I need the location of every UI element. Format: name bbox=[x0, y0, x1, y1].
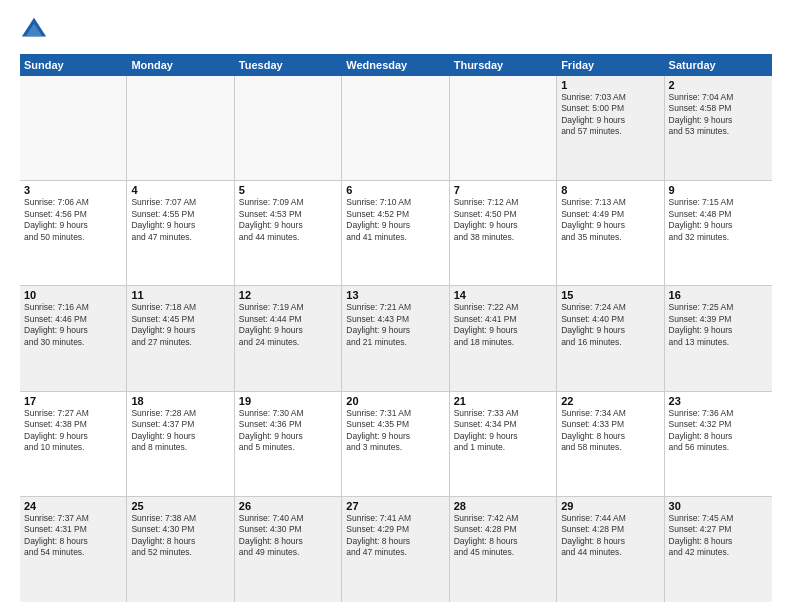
day-number: 22 bbox=[561, 395, 659, 407]
day-number: 18 bbox=[131, 395, 229, 407]
calendar-cell: 23Sunrise: 7:36 AM Sunset: 4:32 PM Dayli… bbox=[665, 392, 772, 496]
calendar-cell: 11Sunrise: 7:18 AM Sunset: 4:45 PM Dayli… bbox=[127, 286, 234, 390]
calendar-cell: 12Sunrise: 7:19 AM Sunset: 4:44 PM Dayli… bbox=[235, 286, 342, 390]
day-info: Sunrise: 7:19 AM Sunset: 4:44 PM Dayligh… bbox=[239, 302, 337, 348]
calendar-week: 3Sunrise: 7:06 AM Sunset: 4:56 PM Daylig… bbox=[20, 181, 772, 286]
header-day: Sunday bbox=[20, 54, 127, 76]
calendar-cell: 3Sunrise: 7:06 AM Sunset: 4:56 PM Daylig… bbox=[20, 181, 127, 285]
day-info: Sunrise: 7:27 AM Sunset: 4:38 PM Dayligh… bbox=[24, 408, 122, 454]
calendar-cell bbox=[20, 76, 127, 180]
day-number: 2 bbox=[669, 79, 768, 91]
day-number: 8 bbox=[561, 184, 659, 196]
day-info: Sunrise: 7:33 AM Sunset: 4:34 PM Dayligh… bbox=[454, 408, 552, 454]
day-info: Sunrise: 7:06 AM Sunset: 4:56 PM Dayligh… bbox=[24, 197, 122, 243]
day-number: 1 bbox=[561, 79, 659, 91]
day-info: Sunrise: 7:40 AM Sunset: 4:30 PM Dayligh… bbox=[239, 513, 337, 559]
day-info: Sunrise: 7:44 AM Sunset: 4:28 PM Dayligh… bbox=[561, 513, 659, 559]
calendar-cell: 10Sunrise: 7:16 AM Sunset: 4:46 PM Dayli… bbox=[20, 286, 127, 390]
logo-icon bbox=[20, 16, 48, 44]
day-info: Sunrise: 7:04 AM Sunset: 4:58 PM Dayligh… bbox=[669, 92, 768, 138]
day-info: Sunrise: 7:09 AM Sunset: 4:53 PM Dayligh… bbox=[239, 197, 337, 243]
calendar-week: 24Sunrise: 7:37 AM Sunset: 4:31 PM Dayli… bbox=[20, 497, 772, 602]
day-number: 24 bbox=[24, 500, 122, 512]
calendar-cell: 27Sunrise: 7:41 AM Sunset: 4:29 PM Dayli… bbox=[342, 497, 449, 602]
day-info: Sunrise: 7:12 AM Sunset: 4:50 PM Dayligh… bbox=[454, 197, 552, 243]
day-info: Sunrise: 7:25 AM Sunset: 4:39 PM Dayligh… bbox=[669, 302, 768, 348]
header-day: Friday bbox=[557, 54, 664, 76]
day-info: Sunrise: 7:13 AM Sunset: 4:49 PM Dayligh… bbox=[561, 197, 659, 243]
day-info: Sunrise: 7:38 AM Sunset: 4:30 PM Dayligh… bbox=[131, 513, 229, 559]
day-number: 15 bbox=[561, 289, 659, 301]
day-info: Sunrise: 7:28 AM Sunset: 4:37 PM Dayligh… bbox=[131, 408, 229, 454]
calendar-cell bbox=[127, 76, 234, 180]
calendar-cell: 15Sunrise: 7:24 AM Sunset: 4:40 PM Dayli… bbox=[557, 286, 664, 390]
day-number: 3 bbox=[24, 184, 122, 196]
day-info: Sunrise: 7:10 AM Sunset: 4:52 PM Dayligh… bbox=[346, 197, 444, 243]
calendar-cell: 26Sunrise: 7:40 AM Sunset: 4:30 PM Dayli… bbox=[235, 497, 342, 602]
day-info: Sunrise: 7:16 AM Sunset: 4:46 PM Dayligh… bbox=[24, 302, 122, 348]
header-day: Monday bbox=[127, 54, 234, 76]
calendar-cell: 24Sunrise: 7:37 AM Sunset: 4:31 PM Dayli… bbox=[20, 497, 127, 602]
day-number: 30 bbox=[669, 500, 768, 512]
day-number: 21 bbox=[454, 395, 552, 407]
calendar-cell: 2Sunrise: 7:04 AM Sunset: 4:58 PM Daylig… bbox=[665, 76, 772, 180]
day-number: 27 bbox=[346, 500, 444, 512]
header-day: Tuesday bbox=[235, 54, 342, 76]
calendar-cell: 20Sunrise: 7:31 AM Sunset: 4:35 PM Dayli… bbox=[342, 392, 449, 496]
calendar-week: 1Sunrise: 7:03 AM Sunset: 5:00 PM Daylig… bbox=[20, 76, 772, 181]
calendar-cell: 17Sunrise: 7:27 AM Sunset: 4:38 PM Dayli… bbox=[20, 392, 127, 496]
calendar-week: 10Sunrise: 7:16 AM Sunset: 4:46 PM Dayli… bbox=[20, 286, 772, 391]
calendar-cell: 6Sunrise: 7:10 AM Sunset: 4:52 PM Daylig… bbox=[342, 181, 449, 285]
day-info: Sunrise: 7:41 AM Sunset: 4:29 PM Dayligh… bbox=[346, 513, 444, 559]
calendar-cell: 5Sunrise: 7:09 AM Sunset: 4:53 PM Daylig… bbox=[235, 181, 342, 285]
calendar-body: 1Sunrise: 7:03 AM Sunset: 5:00 PM Daylig… bbox=[20, 76, 772, 602]
day-number: 16 bbox=[669, 289, 768, 301]
day-info: Sunrise: 7:24 AM Sunset: 4:40 PM Dayligh… bbox=[561, 302, 659, 348]
calendar-cell bbox=[235, 76, 342, 180]
day-info: Sunrise: 7:18 AM Sunset: 4:45 PM Dayligh… bbox=[131, 302, 229, 348]
day-info: Sunrise: 7:07 AM Sunset: 4:55 PM Dayligh… bbox=[131, 197, 229, 243]
day-number: 4 bbox=[131, 184, 229, 196]
day-number: 11 bbox=[131, 289, 229, 301]
header-day: Wednesday bbox=[342, 54, 449, 76]
page: SundayMondayTuesdayWednesdayThursdayFrid… bbox=[0, 0, 792, 612]
day-info: Sunrise: 7:31 AM Sunset: 4:35 PM Dayligh… bbox=[346, 408, 444, 454]
day-number: 23 bbox=[669, 395, 768, 407]
day-info: Sunrise: 7:36 AM Sunset: 4:32 PM Dayligh… bbox=[669, 408, 768, 454]
calendar-cell bbox=[450, 76, 557, 180]
calendar-cell: 7Sunrise: 7:12 AM Sunset: 4:50 PM Daylig… bbox=[450, 181, 557, 285]
calendar-cell: 22Sunrise: 7:34 AM Sunset: 4:33 PM Dayli… bbox=[557, 392, 664, 496]
calendar-cell: 4Sunrise: 7:07 AM Sunset: 4:55 PM Daylig… bbox=[127, 181, 234, 285]
header bbox=[20, 16, 772, 44]
calendar-cell: 28Sunrise: 7:42 AM Sunset: 4:28 PM Dayli… bbox=[450, 497, 557, 602]
day-number: 13 bbox=[346, 289, 444, 301]
calendar-cell: 14Sunrise: 7:22 AM Sunset: 4:41 PM Dayli… bbox=[450, 286, 557, 390]
day-number: 7 bbox=[454, 184, 552, 196]
calendar-cell: 9Sunrise: 7:15 AM Sunset: 4:48 PM Daylig… bbox=[665, 181, 772, 285]
header-day: Saturday bbox=[665, 54, 772, 76]
calendar-cell: 16Sunrise: 7:25 AM Sunset: 4:39 PM Dayli… bbox=[665, 286, 772, 390]
day-number: 12 bbox=[239, 289, 337, 301]
day-number: 29 bbox=[561, 500, 659, 512]
calendar-cell: 19Sunrise: 7:30 AM Sunset: 4:36 PM Dayli… bbox=[235, 392, 342, 496]
day-number: 28 bbox=[454, 500, 552, 512]
day-info: Sunrise: 7:45 AM Sunset: 4:27 PM Dayligh… bbox=[669, 513, 768, 559]
day-info: Sunrise: 7:30 AM Sunset: 4:36 PM Dayligh… bbox=[239, 408, 337, 454]
day-number: 26 bbox=[239, 500, 337, 512]
calendar-cell: 8Sunrise: 7:13 AM Sunset: 4:49 PM Daylig… bbox=[557, 181, 664, 285]
day-number: 20 bbox=[346, 395, 444, 407]
calendar-cell: 1Sunrise: 7:03 AM Sunset: 5:00 PM Daylig… bbox=[557, 76, 664, 180]
day-number: 5 bbox=[239, 184, 337, 196]
calendar-week: 17Sunrise: 7:27 AM Sunset: 4:38 PM Dayli… bbox=[20, 392, 772, 497]
header-day: Thursday bbox=[450, 54, 557, 76]
day-number: 17 bbox=[24, 395, 122, 407]
day-info: Sunrise: 7:03 AM Sunset: 5:00 PM Dayligh… bbox=[561, 92, 659, 138]
day-number: 6 bbox=[346, 184, 444, 196]
calendar-cell bbox=[342, 76, 449, 180]
day-info: Sunrise: 7:21 AM Sunset: 4:43 PM Dayligh… bbox=[346, 302, 444, 348]
day-number: 9 bbox=[669, 184, 768, 196]
calendar-cell: 18Sunrise: 7:28 AM Sunset: 4:37 PM Dayli… bbox=[127, 392, 234, 496]
day-number: 10 bbox=[24, 289, 122, 301]
day-info: Sunrise: 7:42 AM Sunset: 4:28 PM Dayligh… bbox=[454, 513, 552, 559]
day-number: 25 bbox=[131, 500, 229, 512]
